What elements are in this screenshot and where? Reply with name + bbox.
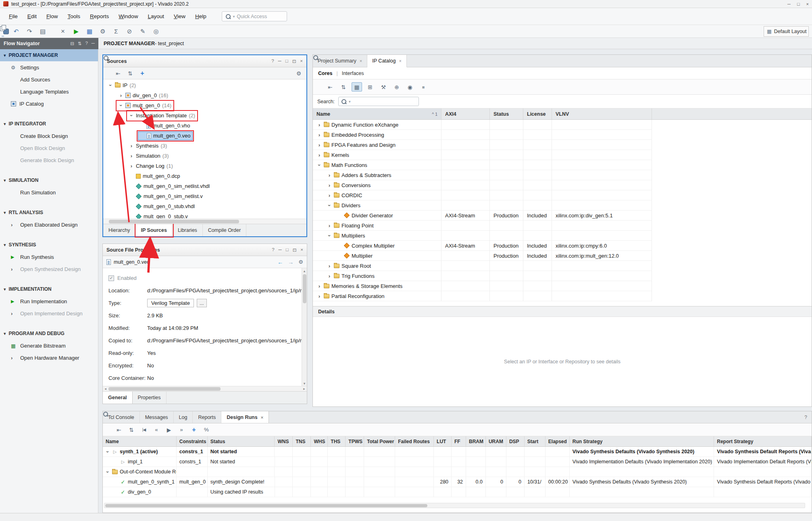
document-tab-ip-catalog[interactable]: IP Catalog×	[367, 55, 407, 67]
tree-row[interactable]: mult_gen_0_stub.v	[103, 211, 306, 219]
bottom-tab-reports[interactable]: Reports	[193, 411, 221, 423]
chevron-icon[interactable]: ›	[129, 113, 135, 118]
window-maximize-icon[interactable]: □	[797, 2, 800, 6]
probe-icon[interactable]: ◎	[150, 26, 162, 37]
close-icon[interactable]: ×	[399, 58, 401, 63]
skip-start-icon[interactable]: |◀	[139, 425, 149, 434]
ip-row-adders-subtracters[interactable]: ›Adders & Subtracters	[313, 170, 652, 180]
chevron-icon[interactable]: ›	[327, 203, 333, 208]
report-icon[interactable]: ▤	[37, 26, 49, 37]
column-header-status[interactable]: Status	[208, 436, 275, 446]
ip-row-floating-point[interactable]: ›Floating Point	[313, 221, 652, 231]
flownav-section-implementation[interactable]: ▾IMPLEMENTATION	[0, 283, 98, 295]
chevron-icon[interactable]: ›	[129, 143, 134, 149]
minimize-icon[interactable]: ─	[278, 58, 281, 64]
menu-layout[interactable]: Layout	[143, 11, 169, 22]
redo-icon[interactable]: ↷	[23, 26, 35, 37]
tree-row[interactable]: ›IP(2)	[103, 80, 306, 90]
expand-all-icon[interactable]: ⇅	[126, 425, 137, 434]
bottom-tab-log[interactable]: Log	[174, 411, 193, 423]
column-header-failed-routes[interactable]: Failed Routes	[395, 436, 434, 446]
ip-row-conversions[interactable]: ›Conversions	[313, 180, 652, 190]
menu-tools[interactable]: Tools	[63, 11, 85, 22]
flownav-section-program-and-debug[interactable]: ▾PROGRAM AND DEBUG	[0, 327, 98, 340]
properties-tab-general[interactable]: General	[103, 392, 133, 404]
column-header-total-power[interactable]: Total Power	[364, 436, 395, 446]
subtab-interfaces[interactable]: Interfaces	[342, 71, 364, 76]
chevron-icon[interactable]: ›	[317, 293, 322, 299]
menu-edit[interactable]: Edit	[23, 11, 42, 22]
chevron-icon[interactable]: ›	[118, 103, 124, 108]
column-header-dsp[interactable]: DSP	[506, 436, 525, 446]
chevron-icon[interactable]: ›	[317, 152, 322, 158]
column-header-name[interactable]: Name^ 1	[313, 108, 441, 119]
chevron-icon[interactable]: ›	[317, 283, 322, 289]
tree-row[interactable]: ›Change Log(1)	[103, 161, 306, 171]
chevron-icon[interactable]: ›	[316, 163, 323, 167]
tree-row[interactable]: mult_gen_0_sim_netlist.v	[103, 191, 306, 201]
menu-help[interactable]: Help	[190, 11, 211, 22]
help-icon[interactable]: ?	[85, 41, 87, 46]
ip-search-input[interactable]: ▾	[338, 97, 419, 106]
horizontal-scrollbar[interactable]	[104, 503, 805, 508]
minimize-icon[interactable]: ─	[92, 41, 95, 46]
wrench-icon[interactable]: ⚒	[378, 82, 389, 92]
maximize-icon[interactable]: □	[285, 58, 288, 64]
delete-icon[interactable]: ×	[57, 26, 69, 37]
ip-row-fpga-features-and-design[interactable]: ›FPGA Features and Design	[313, 140, 652, 150]
ip-row-embedded-processing[interactable]: ›Embedded Processing	[313, 130, 652, 140]
edit-icon[interactable]: ✎	[137, 26, 149, 37]
menu-window[interactable]: Window	[114, 11, 143, 22]
help-icon[interactable]: ?	[271, 58, 274, 64]
menu-reports[interactable]: Reports	[85, 11, 114, 22]
ip-row-trig-functions[interactable]: ›Trig Functions	[313, 271, 652, 281]
tree-row[interactable]: mult_gen_0_sim_netlist.vhdl	[103, 181, 306, 191]
vertical-scrollbar[interactable]: ▴ ▾	[302, 268, 307, 386]
chevron-icon[interactable]: ›	[317, 132, 322, 138]
subtab-cores[interactable]: Cores	[318, 71, 332, 76]
chevron-icon[interactable]: ›	[119, 92, 123, 98]
steps-icon[interactable]: ▦	[83, 26, 96, 37]
design-run-row-mult-gen-0-synth-1[interactable]: ✓mult_gen_0_synth_1mult_gen_0synth_desig…	[103, 477, 812, 487]
search-icon[interactable]	[106, 71, 111, 76]
play-icon[interactable]: ▶	[70, 26, 82, 37]
ip-row-kernels[interactable]: ›Kernels	[313, 150, 652, 160]
column-header-tns[interactable]: TNS	[293, 436, 311, 446]
column-header-bram[interactable]: BRAM	[466, 436, 486, 446]
flownav-item-generate-bitstream[interactable]: ▦Generate Bitstream	[0, 340, 98, 352]
column-header-elapsed[interactable]: Elapsed	[545, 436, 570, 446]
dock-icon[interactable]: ⊟	[70, 41, 74, 46]
tree-row[interactable]: ›mult_gen_0(14)	[103, 100, 306, 110]
flownav-section-synthesis[interactable]: ▾SYNTHESIS	[0, 239, 98, 251]
gear-icon[interactable]: ⚙	[97, 26, 109, 37]
chevron-icon[interactable]: ›	[108, 83, 114, 88]
prev-icon[interactable]: «	[151, 425, 162, 434]
gear-icon[interactable]: ⚙	[298, 259, 303, 265]
tree-row[interactable]: mult_gen_0.veo	[103, 131, 306, 141]
scrollbar-thumb[interactable]	[109, 220, 239, 223]
flownav-item-open-elaborated-design[interactable]: ›Open Elaborated Design	[0, 219, 98, 231]
maximize-icon[interactable]: □	[286, 247, 289, 253]
document-tab-project-summary[interactable]: Project Summary×	[313, 55, 367, 67]
design-run-row-div-gen-0[interactable]: ✓div_gen_0Using cached IP results	[103, 487, 812, 497]
pin-icon[interactable]: ⊞	[365, 82, 375, 92]
column-header-lut[interactable]: LUT	[434, 436, 452, 446]
ip-row-multiplier[interactable]: MultiplierProductionIncludedxilinx.com:i…	[313, 251, 652, 261]
tree-row[interactable]: ›Instantiation Template(2)	[103, 110, 306, 121]
copy-icon[interactable]	[50, 29, 56, 34]
forward-icon[interactable]: →	[288, 259, 294, 265]
close-icon[interactable]: ×	[360, 58, 362, 63]
back-icon[interactable]: ←	[277, 259, 283, 265]
ip-row-divider-generator[interactable]: Divider GeneratorAXI4-StreamProductionIn…	[313, 210, 652, 221]
tree-row[interactable]: mult_gen_0.dcp	[103, 171, 306, 181]
play-icon[interactable]: ▶	[164, 425, 174, 434]
tree-row[interactable]: ›Synthesis(3)	[103, 141, 306, 151]
expand-all-icon[interactable]: ⇅	[125, 69, 135, 78]
chevron-icon[interactable]: ›	[327, 263, 332, 269]
enabled-checkbox[interactable]: ✓	[108, 275, 114, 281]
search-icon[interactable]	[106, 427, 112, 433]
scroll-left-icon[interactable]: ◂	[103, 387, 108, 391]
sources-tab-hierarchy[interactable]: Hierarchy	[103, 224, 136, 236]
column-header-report-strategy[interactable]: Report Strategy	[714, 436, 812, 446]
column-header-constraints[interactable]: Constraints	[177, 436, 208, 446]
